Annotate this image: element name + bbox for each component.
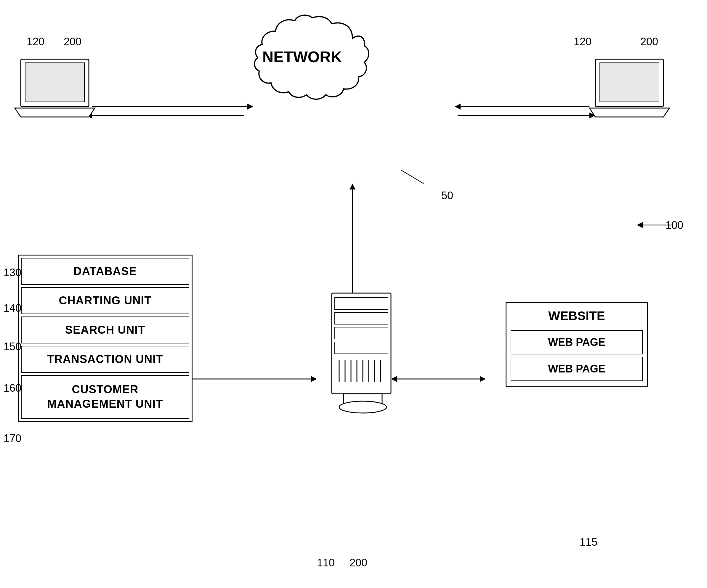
ref-110: 110 (317, 557, 335, 569)
svg-marker-19 (637, 222, 643, 228)
svg-rect-36 (25, 63, 85, 102)
svg-rect-40 (600, 63, 659, 102)
charting-unit-row: CHARTING UNIT (21, 287, 189, 314)
svg-rect-35 (21, 59, 89, 107)
ref-120-right: 120 (574, 36, 592, 48)
ref-120-left: 120 (27, 36, 44, 48)
webpage-row-1: WEB PAGE (511, 330, 643, 354)
svg-point-34 (339, 401, 386, 413)
svg-marker-10 (349, 296, 356, 302)
ref-200-left: 200 (64, 36, 81, 48)
svg-rect-22 (335, 312, 388, 324)
ref-50: 50 (441, 189, 453, 202)
webpage-row-2: WEB PAGE (511, 357, 643, 381)
website-title: WEBSITE (509, 306, 644, 328)
ref-160: 160 (4, 382, 21, 394)
ref-200-server: 200 (349, 557, 367, 569)
website-box: WEBSITE WEB PAGE WEB PAGE (506, 302, 648, 387)
svg-rect-39 (595, 59, 664, 107)
svg-marker-5 (454, 104, 461, 109)
svg-rect-23 (335, 327, 388, 339)
svg-marker-9 (349, 183, 356, 189)
ref-130: 130 (4, 267, 21, 279)
customer-management-row: CUSTOMERMANAGEMENT UNIT (21, 375, 189, 419)
ref-100: 100 (666, 219, 683, 232)
svg-marker-13 (311, 376, 317, 382)
network-label: NETWORK (262, 48, 342, 65)
svg-marker-3 (86, 112, 92, 118)
db-stack: DATABASE CHARTING UNIT SEARCH UNIT TRANS… (18, 255, 193, 422)
ref-115: 115 (580, 536, 597, 548)
svg-line-17 (401, 170, 424, 183)
ref-200-right: 200 (640, 36, 658, 48)
transaction-unit-row: TRANSACTION UNIT (21, 346, 189, 373)
ref-140: 140 (4, 302, 21, 314)
svg-rect-24 (335, 342, 388, 354)
search-unit-row: SEARCH UNIT (21, 316, 189, 343)
svg-marker-1 (247, 104, 253, 109)
svg-marker-15 (391, 376, 397, 382)
svg-rect-20 (332, 293, 391, 394)
svg-rect-33 (344, 394, 382, 406)
database-row: DATABASE (21, 258, 189, 285)
svg-marker-16 (480, 376, 486, 382)
ref-150: 150 (4, 341, 21, 353)
ref-170: 170 (4, 432, 21, 445)
svg-rect-21 (335, 298, 388, 309)
svg-marker-7 (590, 112, 595, 118)
